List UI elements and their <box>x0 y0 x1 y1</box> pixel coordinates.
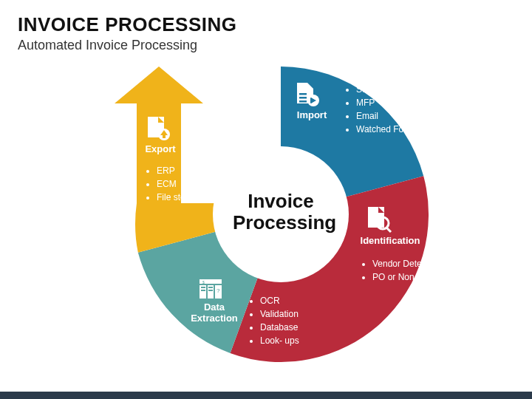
extraction-items: OCR Validation Database Look- ups <box>248 294 322 347</box>
svg-text:$: $ <box>202 280 205 284</box>
export-label: Export <box>142 143 179 154</box>
svg-rect-2 <box>299 93 307 95</box>
svg-rect-27 <box>163 134 166 138</box>
identification-items: Vendor Detection PO or Non-PO <box>361 257 442 284</box>
list-item: File storage <box>157 191 204 204</box>
center-line2: Processing <box>233 211 336 233</box>
svg-rect-19 <box>201 290 205 291</box>
footer-bar <box>0 392 532 399</box>
list-item: Email <box>356 109 426 123</box>
svg-rect-18 <box>201 287 205 288</box>
list-item: Vendor Detection <box>372 257 442 270</box>
list-item: Database <box>260 321 322 334</box>
extraction-icon: $ ? <box>200 279 222 299</box>
list-item: Scanner <box>356 83 426 96</box>
import-items: Scanner MFP Email Watched Folder <box>344 83 426 136</box>
export-items: ERP ECM File storage <box>145 164 204 204</box>
process-diagram: $ ? Invoice Processing Import Scanner MF… <box>0 0 532 399</box>
center-line1: Invoice <box>248 190 314 212</box>
identification-label: Identification <box>353 235 427 246</box>
center-label: Invoice Processing <box>233 191 329 233</box>
import-label: Import <box>290 109 334 120</box>
svg-rect-20 <box>208 287 213 288</box>
svg-rect-21 <box>208 290 213 291</box>
list-item: Look- ups <box>260 334 322 347</box>
list-item: MFP <box>356 96 426 109</box>
list-item: Watched Folder <box>356 123 426 136</box>
list-item: Validation <box>260 307 322 321</box>
extraction-label: Data Extraction <box>188 301 241 324</box>
svg-rect-3 <box>299 97 307 99</box>
svg-text:?: ? <box>216 287 220 294</box>
svg-rect-4 <box>299 100 307 103</box>
segment-export <box>115 66 216 253</box>
list-item: OCR <box>260 294 322 307</box>
list-item: ECM <box>157 177 204 191</box>
list-item: PO or Non-PO <box>372 270 442 284</box>
list-item: ERP <box>157 164 204 177</box>
